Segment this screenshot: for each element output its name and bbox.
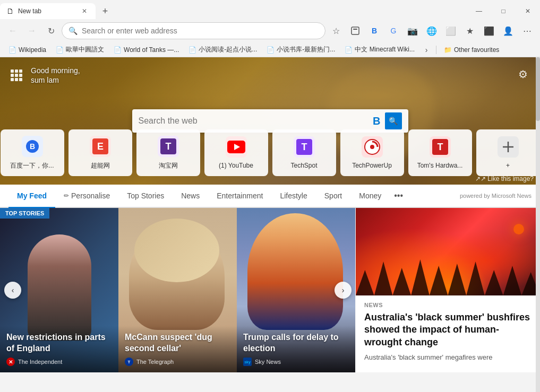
- translate-button[interactable]: G: [385, 22, 402, 39]
- quick-link-add[interactable]: +: [476, 129, 540, 176]
- new-tab-button[interactable]: +: [98, 4, 113, 19]
- address-search-icon: 🔍: [68, 27, 78, 35]
- bookmark-label-novel2: 小说书库-最新热门...: [277, 45, 335, 54]
- forward-button[interactable]: →: [23, 22, 40, 39]
- news-right-description: Australia's 'black summer' megafires wer…: [364, 353, 532, 362]
- article-title-2: McCann suspect 'dug second cellar': [125, 332, 230, 354]
- refresh-button[interactable]: ↻: [42, 22, 59, 39]
- tab-news[interactable]: News: [173, 185, 208, 208]
- search-submit-button[interactable]: 🔍: [385, 112, 402, 129]
- top-stories-badge: TOP STORIES: [0, 208, 49, 219]
- entertainment-tab-label: Entertainment: [217, 191, 263, 200]
- bookmark-worldoftanks[interactable]: 📄 World of Tanks —...: [109, 45, 183, 55]
- bookmark-icon-wikipedia: 📄: [8, 46, 16, 54]
- greeting-text: Good morning, sum lam: [31, 66, 80, 85]
- quick-link-supercpu[interactable]: E 超能网: [68, 129, 132, 176]
- add-label: +: [506, 162, 510, 169]
- carousel-next-button[interactable]: ›: [335, 282, 352, 299]
- scrollbar-thumb[interactable]: [536, 57, 540, 121]
- bookmark-label-novel1: 小说阅读-起点小说...: [199, 45, 257, 54]
- article-overlay-1: New restrictions in parts of England ✕ T…: [0, 326, 118, 372]
- hero-settings-button[interactable]: ⚙: [515, 66, 532, 83]
- bookmark-label-worldoftanks: World of Tanks —...: [124, 46, 179, 54]
- bookmark-icon-worldoftanks: 📄: [114, 46, 122, 54]
- web-search-input[interactable]: [139, 116, 369, 126]
- back-button[interactable]: ←: [4, 22, 21, 39]
- tab-entertainment[interactable]: Entertainment: [208, 185, 271, 208]
- tab-close-button[interactable]: ✕: [80, 6, 89, 16]
- person-silhouette: [28, 234, 91, 341]
- quick-link-youtube[interactable]: (1) YouTube: [204, 129, 268, 176]
- apps-grid-button[interactable]: [11, 69, 22, 81]
- tomshardware-icon: T: [430, 136, 451, 158]
- news-tab-label: News: [181, 191, 200, 200]
- bookmark-icon-minecraft: 📄: [345, 46, 353, 54]
- bookmark-wikipedia[interactable]: 📄 Wikipedia: [4, 45, 50, 55]
- minimize-button[interactable]: —: [467, 2, 491, 21]
- tab-title: New tab: [18, 7, 75, 15]
- address-bar[interactable]: 🔍: [62, 22, 325, 39]
- grid-dot: [15, 74, 18, 77]
- tab-lifestyle[interactable]: Lifestyle: [271, 185, 315, 208]
- quick-link-techpowerup[interactable]: TechPowerUp: [340, 129, 404, 176]
- taobao-logo: T: [160, 138, 176, 154]
- quick-link-tomshardware[interactable]: T Tom's Hardwa...: [408, 129, 472, 176]
- feed-tabs-bar: My Feed ✏ Personalise Top Stories News E…: [0, 185, 540, 208]
- source-name-2: The Telegraph: [136, 359, 174, 365]
- bookmarks-more-button[interactable]: ›: [420, 43, 433, 56]
- collections-button[interactable]: [347, 22, 364, 39]
- article-source-3: sky Sky News: [243, 358, 349, 366]
- scrollbar-track[interactable]: [536, 57, 540, 392]
- favorites-star-button[interactable]: ☆: [328, 22, 345, 39]
- bookmarks-other-favourites[interactable]: 📁 Other favourites: [440, 45, 503, 55]
- news-article-right[interactable]: NEWS Australia's 'black summer' bushfire…: [356, 208, 540, 372]
- baidu-icon: B: [22, 136, 43, 157]
- bing-icon-button[interactable]: B: [366, 22, 383, 39]
- bookmark-label-chinese: 歐華中圓語文: [66, 45, 104, 54]
- personalise-pencil-icon: ✏: [64, 192, 69, 199]
- quick-link-baidu[interactable]: B 百度一下，你...: [1, 129, 64, 176]
- active-tab[interactable]: 🗋 New tab ✕: [0, 3, 96, 19]
- tab-sport[interactable]: Sport: [316, 185, 350, 208]
- bookmarks-other-label: Other favourites: [454, 46, 499, 54]
- carousel-prev-button[interactable]: ‹: [4, 282, 21, 299]
- source-icon-3: sky: [243, 358, 252, 366]
- bookmark-minecraft[interactable]: 📄 中文 Minecraft Wiki...: [340, 44, 419, 55]
- like-image-button[interactable]: ↗ ↗ Like this image?: [475, 175, 534, 182]
- fire-glow: [513, 224, 524, 234]
- tab-favicon: 🗋: [6, 7, 14, 15]
- screenshot-button[interactable]: ⬜: [442, 22, 459, 39]
- quick-link-taobao[interactable]: T 淘宝网: [136, 129, 200, 176]
- address-input[interactable]: [82, 27, 319, 35]
- bookmark-novel1[interactable]: 📄 小说阅读-起点小说...: [184, 44, 261, 55]
- tomshardware-logo: T: [432, 139, 448, 155]
- tab-my-feed[interactable]: My Feed: [8, 185, 55, 208]
- tab-personalise[interactable]: ✏ Personalise: [55, 185, 118, 208]
- quick-link-techspot[interactable]: T TechSpot: [272, 129, 336, 176]
- bookmark-novel2[interactable]: 📄 小说书库-最新热门...: [262, 44, 339, 55]
- tab-bar: 🗋 New tab ✕ + — □ ✕: [0, 0, 540, 19]
- reading-list-button[interactable]: ★: [461, 22, 478, 39]
- baidu-label: 百度一下，你...: [10, 161, 54, 170]
- article-title-1: New restrictions in parts of England: [6, 332, 112, 354]
- profile-button[interactable]: 👤: [500, 22, 517, 39]
- techspot-icon: T: [294, 136, 315, 158]
- settings-more-button[interactable]: ⋯: [519, 22, 536, 39]
- news-right-content: NEWS Australia's 'black summer' bushfire…: [356, 295, 540, 369]
- top-stories-tab-label: Top Stories: [127, 191, 164, 200]
- vpn-button[interactable]: 🌐: [423, 22, 440, 39]
- tab-top-stories[interactable]: Top Stories: [118, 185, 173, 208]
- camera-button[interactable]: 📷: [404, 22, 421, 39]
- hero-header: Good morning, sum lam: [0, 57, 540, 93]
- source-logo-char-2: T: [128, 360, 131, 364]
- downloads-button[interactable]: ⬛: [481, 22, 498, 39]
- grid-dot: [15, 69, 18, 73]
- news-carousel: ‹ TOP STORIES New restrictions in parts …: [0, 208, 356, 372]
- collections-icon: [350, 26, 360, 36]
- maximize-button[interactable]: □: [491, 2, 516, 21]
- news-article-2[interactable]: McCann suspect 'dug second cellar' T The…: [118, 208, 237, 372]
- tab-money[interactable]: Money: [350, 185, 390, 208]
- feed-tabs-more-button[interactable]: •••: [390, 184, 407, 207]
- bookmark-chinese[interactable]: 📄 歐華中圓語文: [52, 44, 108, 55]
- close-button[interactable]: ✕: [516, 2, 540, 21]
